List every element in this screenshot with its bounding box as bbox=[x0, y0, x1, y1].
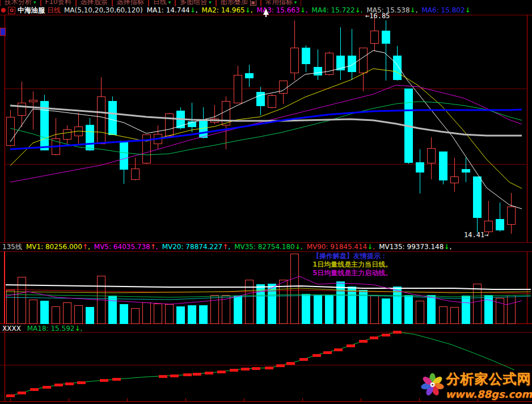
caret-down-icon: ▾ bbox=[294, 0, 297, 5]
mv135-value: MV135: 99373.148↓, bbox=[379, 243, 451, 251]
caret-down-icon: ▾ bbox=[168, 0, 171, 5]
mv90-value: MV90: 91845.414↓, bbox=[307, 243, 375, 251]
chart-canvas[interactable] bbox=[0, 0, 532, 404]
caret-down-icon: ▾ bbox=[33, 0, 36, 5]
up-arrow-icon: ↑ bbox=[150, 243, 156, 251]
down-arrow-icon: ↓ bbox=[190, 6, 196, 14]
menu-item-select-stock[interactable]: 选择股票 bbox=[76, 0, 112, 6]
down-arrow-icon: ↓ bbox=[295, 243, 301, 251]
menu-item-common-indicators[interactable]: 常用指标▾ bbox=[261, 0, 302, 6]
down-arrow-icon: ↓ bbox=[444, 243, 449, 251]
menu-item-multi-chart[interactable]: 多图组合▾ bbox=[175, 0, 216, 6]
down-arrow-icon: ↓ bbox=[74, 325, 80, 333]
down-arrow-icon: ↓ bbox=[245, 6, 251, 14]
tip-line: 1日均量线是主力当日线。 bbox=[313, 260, 392, 269]
ma4-value: MA4: 15.722↓, bbox=[312, 6, 363, 14]
trading-app-window: { "colors":{"up":"#ff4545","down":"#00ff… bbox=[0, 0, 532, 404]
up-arrow-icon: ↑ bbox=[222, 243, 228, 251]
volume-indicator-name: 135线 bbox=[2, 243, 22, 251]
mv35-value: MV35: 82754.180↓, bbox=[234, 243, 303, 251]
down-arrow-icon: ↓ bbox=[410, 6, 416, 14]
indicator-panel-header: XXXX MA18: 15.592↓, bbox=[0, 325, 532, 333]
high-price-label: ←16.85 bbox=[365, 12, 390, 20]
menu-bar: 技术分析▾F10资料选择股票选择指标日线▾多图组合▾图形叠加▣常用指标▾ bbox=[0, 0, 532, 6]
up-arrow-icon: ↑ bbox=[82, 243, 88, 251]
site-watermark: 分析家公式网 www.88gs.com bbox=[421, 368, 532, 402]
menu-item-f10[interactable]: F10资料 bbox=[41, 0, 76, 6]
mouse-cursor-icon bbox=[263, 9, 269, 15]
menu-item-overlay[interactable]: 图形叠加▣ bbox=[216, 0, 261, 6]
advisory-tips: 【操作解盘】友情提示： 1日均量线是主力当日线。 5日均量线是主力启动线。 bbox=[313, 252, 392, 277]
indicator-name: XXXX bbox=[2, 325, 21, 333]
menu-item-daily[interactable]: 日线▾ bbox=[149, 0, 176, 6]
volume-panel-header: 135线MV1: 80256.000↑,MV5: 64035.738↑,MV20… bbox=[0, 243, 532, 251]
ma2-value: MA2: 14.965↓, bbox=[202, 6, 253, 14]
ma-group-label: MA(5,10,20,30,60,120) bbox=[64, 6, 143, 14]
ma18-value: MA18: 15.592↓, bbox=[27, 325, 83, 333]
site-url: www.88gs.com bbox=[445, 388, 532, 400]
tip-line: 【操作解盘】友情提示： bbox=[313, 252, 392, 260]
down-arrow-icon: ↓ bbox=[355, 6, 361, 14]
overlay-icon: ▣ bbox=[250, 0, 256, 6]
mv5-value: MV5: 64035.738↑, bbox=[94, 243, 158, 251]
stock-name: 中海油服 bbox=[18, 6, 45, 14]
left-edge-marker bbox=[0, 28, 6, 36]
down-arrow-icon: ↓ bbox=[465, 6, 471, 14]
caret-down-icon: ▾ bbox=[209, 0, 212, 5]
down-arrow-icon: ↓ bbox=[300, 6, 306, 14]
mv1-value: MV1: 80256.000↑, bbox=[26, 243, 90, 251]
site-name: 分析家公式网 bbox=[446, 370, 531, 388]
app-flower-icon: ✿ bbox=[8, 7, 15, 14]
down-arrow-icon: ↓ bbox=[367, 243, 373, 251]
menu-item-select-indicator[interactable]: 选择指标 bbox=[112, 0, 149, 6]
ma6-value: MA6: 15.802↓ bbox=[421, 6, 470, 14]
menu-item-tech-analysis[interactable]: 技术分析▾ bbox=[0, 0, 41, 6]
flower-logo-icon bbox=[421, 368, 444, 401]
ma1-value: MA1: 14.744↓, bbox=[147, 6, 198, 14]
tip-line: 5日均量线是主力启动线。 bbox=[313, 269, 392, 277]
period-label[interactable]: 日线 bbox=[47, 6, 61, 14]
mv20-value: MV20: 78874.227↑, bbox=[162, 243, 231, 251]
low-price-label: 14.41→ bbox=[464, 231, 488, 239]
record-dot-icon bbox=[1, 8, 6, 12]
